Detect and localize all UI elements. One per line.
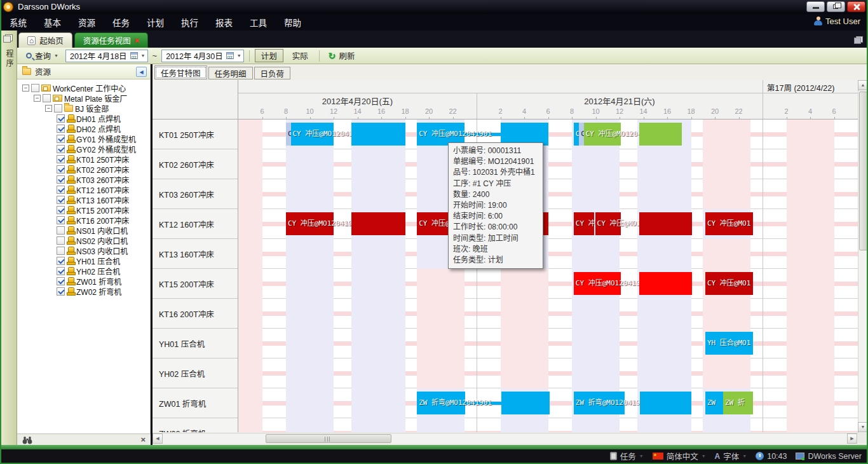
resource-row-header[interactable]: ZW02 折弯机 [153, 418, 238, 432]
tree-checkbox[interactable] [57, 114, 65, 123]
resource-row-header[interactable]: KT01 250T冲床 [153, 119, 238, 149]
resource-row-header[interactable]: KT16 200T冲床 [153, 299, 238, 329]
actual-toggle-button[interactable]: 实际 [287, 49, 314, 62]
horizontal-scrollbar[interactable]: ◀ ▶ [153, 433, 858, 443]
tree-item[interactable]: KT01 250T冲床 [17, 154, 150, 164]
date-to-field[interactable]: 2012年 4月30日 ▼ [161, 50, 244, 62]
task-bar[interactable] [351, 123, 405, 146]
tree-checkbox[interactable] [57, 155, 65, 163]
horizontal-scroll-thumb[interactable] [266, 434, 391, 443]
query-button[interactable]: 查询 ▼ [22, 50, 62, 62]
restore-button[interactable] [827, 1, 845, 12]
menu-item-计划[interactable]: 计划 [147, 16, 164, 29]
task-bar[interactable]: CY 冲 [574, 212, 594, 235]
task-bar[interactable]: C [579, 123, 584, 146]
tree-item[interactable]: GY01 外桶成型机 [17, 133, 150, 144]
collapse-sidebar-button[interactable]: ◀ [136, 67, 147, 77]
task-bar[interactable] [639, 212, 692, 235]
task-bar[interactable]: CY 冲压@MO12041903 [574, 272, 621, 295]
task-bar[interactable]: C [574, 123, 579, 146]
tree-checkbox[interactable] [57, 135, 65, 143]
tree-item[interactable]: KT12 160T冲床 [17, 184, 150, 194]
tree-checkbox[interactable] [57, 125, 65, 133]
tree-checkbox[interactable] [43, 94, 51, 102]
task-bar[interactable]: CY 冲压@MO12041901 [291, 123, 334, 146]
tab-home[interactable]: ⌂ 起始页 [18, 32, 72, 48]
tree-item[interactable]: KT16 200T冲床 [17, 215, 150, 225]
gantt-tab-任务明细[interactable]: 任务明细 [208, 67, 253, 79]
tree-checkbox[interactable] [57, 186, 65, 194]
task-bar[interactable] [639, 272, 692, 295]
tree-expander-icon[interactable]: − [45, 105, 52, 112]
tree-checkbox[interactable] [57, 226, 65, 235]
tree-checkbox[interactable] [57, 236, 65, 245]
resource-row-header[interactable]: ZW01 折弯机 [153, 388, 238, 418]
tree-item[interactable]: −BJ 钣金部 [17, 103, 150, 113]
tree-item[interactable]: KT15 200T冲床 [17, 205, 150, 215]
menu-item-任务[interactable]: 任务 [112, 16, 130, 29]
resource-row-header[interactable]: YH01 压合机 [153, 329, 238, 358]
tree-item[interactable]: NS02 内收口机 [17, 235, 150, 245]
task-bar[interactable]: CY 冲压@MO1 [705, 272, 753, 295]
task-bar[interactable]: YH 压合@MO1 [705, 332, 753, 355]
tree-item[interactable]: NS03 内收口机 [17, 245, 150, 256]
task-bar[interactable]: CY 冲压@MO1 [705, 212, 753, 235]
status-item-flag[interactable]: ★简体中文▼ [653, 450, 706, 462]
task-bar[interactable]: CY 冲压@MO12041904 [595, 212, 621, 235]
status-item-clock[interactable]: 10:43 [756, 452, 787, 461]
window-list-icon[interactable] [854, 36, 863, 44]
tree-item[interactable]: KT13 160T冲床 [17, 194, 150, 205]
menu-item-基本[interactable]: 基本 [44, 16, 61, 29]
tree-checkbox[interactable] [57, 175, 65, 184]
resource-row-header[interactable]: KT12 160T冲床 [153, 209, 238, 239]
clear-filter-icon[interactable]: × [140, 435, 146, 444]
tree-item[interactable]: KT03 260T冲床 [17, 174, 150, 184]
task-bar[interactable]: CY 冲压@MO12041904 [286, 212, 334, 235]
resource-row-header[interactable]: KT02 260T冲床 [153, 149, 238, 179]
tree-item[interactable]: −Metal Plate 钣金厂 [17, 93, 150, 103]
tree-checkbox[interactable] [57, 216, 65, 224]
tree-item[interactable]: ZW02 折弯机 [17, 286, 150, 296]
gantt-tab-任务甘特图[interactable]: 任务甘特图 [154, 65, 207, 79]
task-bar[interactable]: ZW 折弯@MO12041901 [417, 392, 465, 414]
task-bar[interactable] [639, 123, 682, 146]
scroll-right-button[interactable]: ▶ [847, 433, 857, 444]
tree-item[interactable]: YH01 压合机 [17, 256, 150, 266]
task-bar[interactable] [501, 392, 550, 414]
tree-expander-icon[interactable]: − [22, 85, 29, 92]
task-bar[interactable] [351, 212, 405, 235]
menu-item-系统[interactable]: 系统 [10, 16, 27, 29]
menu-item-执行[interactable]: 执行 [181, 16, 198, 29]
resource-row-header[interactable]: KT03 260T冲床 [153, 179, 238, 209]
task-bar[interactable]: ZW [705, 392, 723, 414]
tree-item[interactable]: −WorkCenter 工作中心 [17, 83, 150, 93]
tree-item[interactable]: ZW01 折弯机 [17, 276, 150, 286]
close-button[interactable] [847, 1, 865, 12]
tree-checkbox[interactable] [57, 247, 65, 255]
tree-checkbox[interactable] [57, 287, 65, 296]
tree-checkbox[interactable] [57, 267, 65, 275]
minimize-button[interactable] [806, 1, 825, 12]
tree-item[interactable]: DH01 点焊机 [17, 113, 150, 123]
status-item-server[interactable]: DWorks Server [796, 452, 862, 461]
tree-checkbox[interactable] [57, 196, 65, 204]
tree-checkbox[interactable] [57, 277, 65, 285]
tab-resource-task-view[interactable]: 资源任务视图 × [74, 32, 149, 48]
gantt-tab-日负荷[interactable]: 日负荷 [254, 67, 291, 79]
tree-item[interactable]: GY02 外桶成型机 [17, 144, 150, 154]
task-bar[interactable] [640, 392, 691, 414]
windows-stack-icon[interactable] [3, 34, 13, 43]
menu-item-资源[interactable]: 资源 [78, 16, 95, 29]
tab-close-icon[interactable]: × [135, 36, 140, 44]
resource-row-header[interactable]: YH02 压合机 [153, 358, 238, 388]
tree-checkbox[interactable] [57, 145, 65, 153]
tree-checkbox[interactable] [54, 104, 62, 113]
dock-label[interactable]: 程序 [4, 50, 15, 69]
plan-toggle-button[interactable]: 计划 [255, 49, 283, 62]
menu-item-报表[interactable]: 报表 [215, 16, 233, 29]
status-item-clipboard[interactable]: 任务▼ [610, 450, 644, 462]
task-bar[interactable]: ZW 折 [723, 392, 753, 414]
menu-item-帮助[interactable]: 帮助 [284, 16, 301, 29]
tree-item[interactable]: YH02 压合机 [17, 266, 150, 276]
scroll-left-button[interactable]: ◀ [153, 433, 163, 444]
